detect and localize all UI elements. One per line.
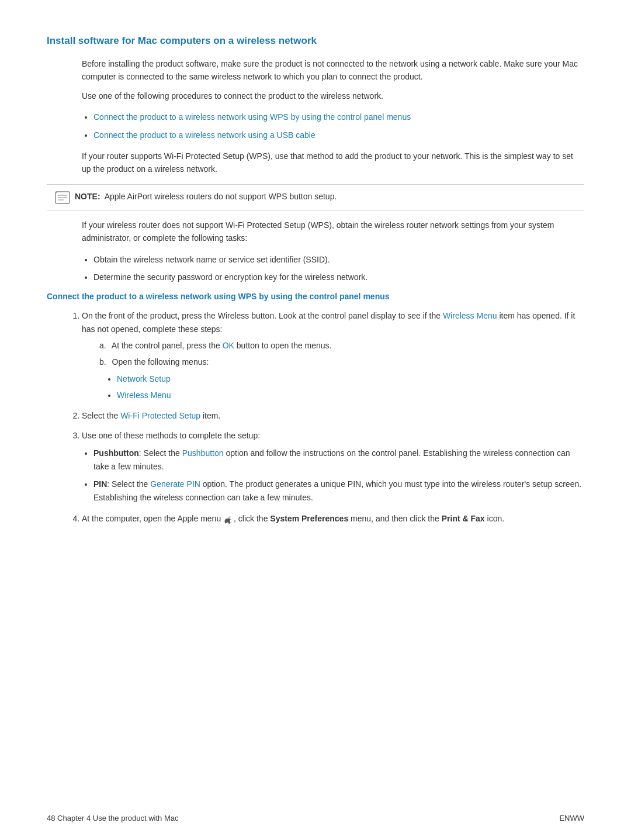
system-preferences-label: System Preferences <box>270 514 348 523</box>
para-no-wps: If your wireless router does not support… <box>82 219 584 245</box>
note-text: NOTE: Apple AirPort wireless routers do … <box>75 191 337 203</box>
step-3: Use one of these methods to complete the… <box>82 429 584 504</box>
link-network-setup[interactable]: Network Setup <box>117 374 171 383</box>
step-1-text: On the front of the product, press the W… <box>82 311 575 333</box>
bullet-pin: PIN: Select the Generate PIN option. The… <box>93 478 584 504</box>
step-2-text: Select the Wi-Fi Protected Setup item. <box>82 411 220 420</box>
link-ok[interactable]: OK <box>223 341 234 350</box>
link-generate-pin[interactable]: Generate PIN <box>150 479 200 489</box>
para-wps: If your router supports Wi-Fi Protected … <box>82 150 584 176</box>
step-1a: At the control panel, press the OK butto… <box>99 339 584 352</box>
sub-section-title: Connect the product to a wireless networ… <box>47 292 584 301</box>
link-pushbutton[interactable]: Pushbutton <box>182 448 224 458</box>
footer-left: 48 Chapter 4 Use the product with Mac <box>47 814 178 822</box>
step-3-text: Use one of these methods to complete the… <box>82 431 260 440</box>
apple-icon <box>224 515 233 523</box>
footer-right: ENWW <box>559 814 584 822</box>
note-content: Apple AirPort wireless routers do not su… <box>105 192 337 201</box>
print-fax-label: Print & Fax <box>442 514 485 523</box>
link-wifi-protected-setup[interactable]: Wi-Fi Protected Setup <box>120 411 200 420</box>
intro-para2: Use one of the following procedures to c… <box>82 89 584 102</box>
footer: 48 Chapter 4 Use the product with Mac EN… <box>47 814 584 822</box>
link-wireless-menu-2[interactable]: Wireless Menu <box>117 390 171 400</box>
menu-network-setup: Network Setup <box>117 372 584 385</box>
step-4: At the computer, open the Apple menu , c… <box>82 512 584 525</box>
term-pin: PIN <box>93 479 107 489</box>
link-usb-cable[interactable]: Connect the product to a wireless networ… <box>93 130 316 140</box>
intro-para1: Before installing the product software, … <box>82 57 584 84</box>
step-4-text: At the computer, open the Apple menu , c… <box>82 514 504 523</box>
link-item-usb[interactable]: Connect the product to a wireless networ… <box>93 129 584 141</box>
term-pushbutton: Pushbutton <box>93 448 139 458</box>
step-2: Select the Wi-Fi Protected Setup item. <box>82 409 584 422</box>
link-wps-control-panel[interactable]: Connect the product to a wireless networ… <box>93 112 411 122</box>
step-1b: Open the following menus: Network Setup … <box>99 355 584 402</box>
link-item-wps[interactable]: Connect the product to a wireless networ… <box>93 110 584 123</box>
note-label: NOTE: <box>75 192 100 201</box>
menu-wireless-menu: Wireless Menu <box>117 389 584 402</box>
section-title: Install software for Mac computers on a … <box>47 35 584 47</box>
bullet-pushbutton: Pushbutton: Select the Pushbutton option… <box>93 447 584 473</box>
bullet-ssid: Obtain the wireless network name or serv… <box>93 253 584 266</box>
note-icon <box>55 191 70 204</box>
note-box: NOTE: Apple AirPort wireless routers do … <box>47 184 584 210</box>
link-wireless-menu-1[interactable]: Wireless Menu <box>443 311 497 320</box>
step-1: On the front of the product, press the W… <box>82 309 584 402</box>
bullet-security: Determine the security password or encry… <box>93 271 584 284</box>
